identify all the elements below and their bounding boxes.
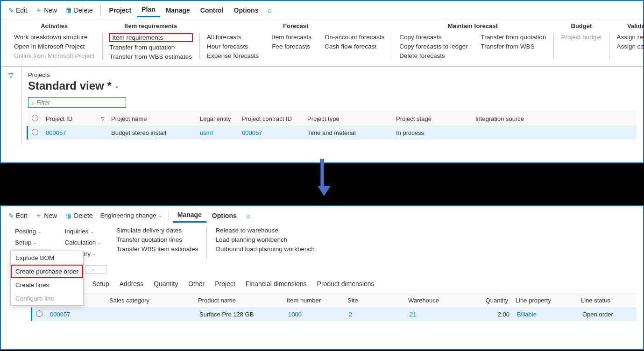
cell-legal-entity[interactable]: usmf	[196, 129, 238, 136]
cell-warehouse[interactable]: 21	[406, 311, 481, 318]
tab-manage[interactable]: Manage	[161, 4, 195, 17]
ribbon-maintain-forecast: Maintain forecast Copy forecasts Copy fo…	[392, 22, 553, 61]
transfer-from-quotation-link[interactable]: Transfer from quotation	[480, 33, 547, 41]
tab-manage[interactable]: Manage	[173, 208, 206, 223]
subtab-setup[interactable]: Setup	[92, 279, 109, 288]
cell-project-id[interactable]: 000057	[42, 129, 107, 136]
search-icon[interactable]: ⌕	[264, 4, 276, 16]
row-radio[interactable]	[32, 129, 38, 135]
delete-button[interactable]: 🗑Delete	[62, 5, 96, 16]
separator	[206, 226, 207, 259]
filter-icon[interactable]: ▽	[101, 116, 105, 121]
col-project-stage[interactable]: Project stage	[392, 115, 472, 122]
search-icon[interactable]: ⌕	[242, 210, 254, 221]
cell-site[interactable]: 2	[345, 311, 406, 318]
outbound-load-planning-link[interactable]: Outbound load planning workbench	[214, 245, 315, 253]
transfer-quotation-link[interactable]: Transfer from quotation	[109, 43, 193, 51]
col-legal-entity[interactable]: Legal entity	[196, 115, 238, 122]
col-site[interactable]: Site	[344, 297, 404, 304]
select-all-radio[interactable]	[32, 115, 38, 121]
ribbon: Activities Work breakdown structure Open…	[1, 20, 643, 66]
transfer-quotation-lines-link[interactable]: Transfer quotation lines	[115, 236, 199, 244]
subtab-product-dimensions[interactable]: Product dimensions	[317, 279, 375, 288]
subtab-other[interactable]: Other	[188, 279, 205, 288]
create-purchase-order-item[interactable]: Create purchase order	[11, 265, 83, 278]
col-product-name[interactable]: Product name	[194, 297, 283, 304]
subtab-financial-dimensions[interactable]: Financial dimensions	[246, 279, 307, 288]
hour-forecasts-link[interactable]: Hour forecasts	[206, 42, 260, 50]
new-button[interactable]: ＋New	[32, 4, 61, 16]
page-title: Standard view * ⌄	[28, 79, 637, 92]
fee-forecasts-link[interactable]: Fee forecasts	[271, 42, 312, 50]
filter-input-wrap[interactable]: ⌕	[28, 97, 126, 108]
funnel-icon[interactable]: ▽	[8, 71, 14, 79]
onaccount-forecasts-link[interactable]: On-account forecasts	[324, 33, 385, 41]
col-project-type[interactable]: Project type	[304, 115, 392, 122]
col-line-status[interactable]: Line status	[577, 297, 629, 304]
assign-resources-link[interactable]: Assign resources	[616, 33, 644, 41]
picker-dropdown[interactable]: ⌄	[85, 265, 106, 274]
subtab-quantity[interactable]: Quantity	[154, 279, 178, 288]
tab-plan[interactable]: Plan	[137, 3, 160, 17]
unlink-msproject-link: Unlink from Microsoft Project	[13, 52, 96, 60]
tab-options[interactable]: Options	[207, 209, 241, 222]
cell-project-type: Time and material	[304, 129, 392, 136]
col-item-number[interactable]: Item number	[283, 297, 344, 304]
tab-options[interactable]: Options	[229, 4, 263, 17]
col-quantity[interactable]: Quantity	[479, 297, 512, 304]
expense-forecasts-link[interactable]: Expense forecasts	[206, 52, 260, 60]
transfer-from-wbs-link[interactable]: Transfer from WBS	[480, 42, 547, 50]
col-contract-id[interactable]: Project contract ID	[238, 115, 304, 122]
transfer-wbs-est-link[interactable]: Transfer from WBS estimates	[109, 53, 193, 61]
cell-project-id[interactable]: 000057	[46, 311, 107, 318]
edit-button[interactable]: ✎Edit	[5, 5, 31, 16]
inquiries-dropdown[interactable]: Inquiries⌄	[62, 226, 105, 236]
cell-line-property[interactable]: Billable	[513, 311, 579, 318]
projects-panel: ✎Edit ＋New 🗑Delete Project Plan Manage C…	[0, 0, 644, 163]
explode-bom-item[interactable]: Explode BOM	[11, 251, 83, 265]
table-row[interactable]: 000057 Surface Pro 128 GB 1000 2 21 2.00…	[31, 308, 637, 321]
delete-forecasts-link[interactable]: Delete forecasts	[398, 52, 468, 60]
subtab-project[interactable]: Project	[215, 279, 235, 288]
item-forecasts-link[interactable]: Item forecasts	[271, 33, 312, 41]
engineering-change-button[interactable]: Engineering change⌄	[98, 211, 165, 220]
simulate-delivery-link[interactable]: Simulate delivery dates	[115, 226, 199, 234]
setup-dropdown[interactable]: Setup⌄	[12, 238, 51, 247]
col-integration[interactable]: ▽Integration source	[472, 115, 546, 122]
row-radio[interactable]	[36, 310, 42, 317]
copy-forecasts-link[interactable]: Copy forecasts	[398, 33, 468, 41]
new-button[interactable]: ＋New	[32, 210, 61, 222]
tab-project[interactable]: Project	[105, 4, 136, 17]
col-warehouse[interactable]: Warehouse	[404, 297, 479, 304]
all-forecasts-link[interactable]: All forecasts	[206, 33, 260, 41]
cashflow-forecast-link[interactable]: Cash flow forecast	[324, 42, 385, 50]
cell-item-number[interactable]: 1000	[284, 311, 345, 318]
posting-dropdown[interactable]: Posting⌄	[12, 226, 51, 236]
cell-contract-id[interactable]: 000057	[238, 129, 304, 136]
calculation-dropdown[interactable]: Calculation⌄	[62, 238, 105, 247]
transfer-wbs-item-link[interactable]: Transfer WBS item estimates	[115, 245, 199, 253]
assign-categories-link[interactable]: Assign categories	[616, 42, 644, 50]
col-line-property[interactable]: Line property	[512, 297, 577, 304]
create-lines-item[interactable]: Create lines	[11, 278, 83, 292]
delete-button[interactable]: 🗑Delete	[62, 210, 96, 221]
chevron-down-icon[interactable]: ⌄	[114, 83, 119, 89]
ribbon-budget: Budget Project budget	[553, 22, 609, 61]
filter-input[interactable]	[36, 99, 123, 106]
separator	[169, 211, 169, 221]
col-project-id[interactable]: Project ID▽	[42, 115, 107, 122]
table-row[interactable]: 000057 Budget stereo install usmf 000057…	[27, 126, 637, 140]
col-project-name[interactable]: Project name	[107, 115, 196, 122]
item-requirements-link[interactable]: Item requirements	[109, 33, 193, 42]
col-sales-category[interactable]: ▽Sales category	[106, 297, 194, 304]
ribbon-validation: Validation Assign resources Assign categ…	[609, 22, 644, 61]
load-planning-link[interactable]: Load planning workbench	[214, 236, 315, 244]
open-msproject-link[interactable]: Open in Microsoft Project	[13, 42, 96, 50]
copy-forecasts-ledger-link[interactable]: Copy forecasts to ledger	[398, 42, 468, 50]
tab-control[interactable]: Control	[196, 4, 228, 17]
wbs-link[interactable]: Work breakdown structure	[13, 33, 96, 41]
picker-row: ⌄	[85, 265, 643, 274]
subtab-address[interactable]: Address	[120, 279, 143, 288]
release-warehouse-link[interactable]: Release to warehouse	[214, 226, 315, 234]
edit-button[interactable]: ✎Edit	[5, 210, 31, 221]
